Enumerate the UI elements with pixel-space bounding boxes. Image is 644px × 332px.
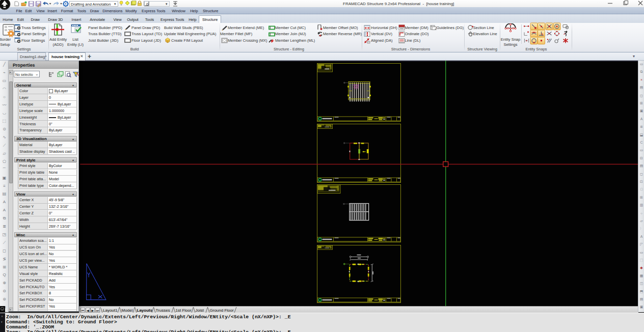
svg-text:Model: Model	[122, 308, 133, 313]
svg-text:Layouts: Layouts	[137, 308, 153, 313]
svg-text:1st Floor: 1st Floor	[176, 308, 192, 313]
svg-text:Layout1: Layout1	[103, 308, 118, 313]
svg-text:Joist: Joist	[196, 308, 204, 313]
svg-text:Trusses: Trusses	[156, 308, 170, 313]
svg-text:Ground Floor: Ground Floor	[210, 308, 234, 313]
